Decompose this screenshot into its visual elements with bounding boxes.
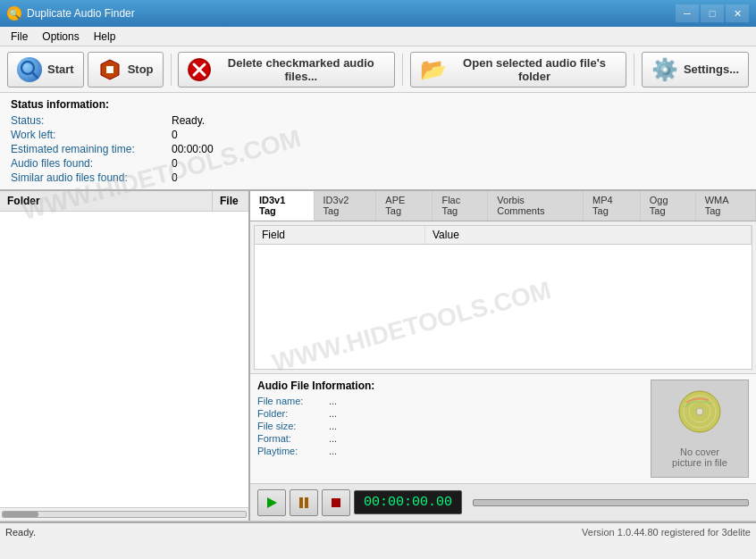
app-title: Duplicate Audio Finder (27, 7, 676, 20)
menu-file[interactable]: File (4, 29, 35, 45)
main-content: Folder File ID3v1 Tag ID3v2 Tag APE Tag … (0, 191, 756, 521)
status-panel: Status information: Status: Ready. Work … (0, 93, 756, 191)
info-grid: File name: ... Folder: ... File size: ..… (257, 396, 643, 456)
folder-body[interactable] (0, 212, 248, 507)
delete-label: Delete checkmarked audio files... (216, 56, 385, 83)
start-icon (17, 57, 42, 82)
file-col-header: File (213, 191, 248, 211)
status-value-0: Ready. (172, 114, 745, 127)
svg-rect-13 (332, 498, 340, 507)
minimize-button[interactable]: ─ (676, 4, 699, 22)
svg-rect-11 (299, 497, 303, 508)
info-label-1: Folder: (257, 408, 329, 419)
info-label-3: Format: (257, 433, 329, 444)
folder-icon: 📂 (420, 57, 447, 82)
info-label-0: File name: (257, 396, 329, 406)
cover-text-2: picture in file (672, 457, 727, 468)
close-button[interactable]: ✕ (726, 4, 749, 22)
settings-icon: ⚙️ (651, 57, 678, 82)
tag-col-value: Value (425, 226, 752, 244)
separator-1 (171, 54, 172, 86)
status-bar: Ready. Version 1.0.44.80 registered for … (0, 521, 756, 541)
info-value-1: ... (329, 408, 643, 419)
stop-label: Stop (128, 63, 154, 76)
status-value-2: 00:00:00 (172, 143, 745, 155)
folder-panel: Folder File (0, 191, 250, 521)
svg-rect-2 (106, 66, 113, 73)
settings-label: Settings... (684, 63, 739, 76)
status-label-4: Similar audio files found: (11, 171, 172, 184)
play-button[interactable] (257, 489, 286, 516)
scrollbar-track[interactable] (2, 511, 247, 518)
folder-header: Folder File (0, 191, 248, 212)
info-value-4: ... (329, 446, 643, 456)
tab-flac[interactable]: Flac Tag (433, 191, 488, 221)
cover-text-1: No cover (680, 446, 719, 457)
status-label-0: Status: (11, 114, 172, 127)
pause-button[interactable] (290, 489, 318, 516)
separator-3 (634, 54, 634, 86)
progress-track[interactable] (473, 499, 749, 506)
title-bar: 🔍 Duplicate Audio Finder ─ □ ✕ (0, 0, 756, 27)
svg-line-1 (32, 72, 38, 78)
settings-button[interactable]: ⚙️ Settings... (642, 52, 749, 88)
svg-rect-12 (305, 497, 308, 508)
time-display: 00:00:00.00 (354, 490, 462, 514)
stop-button[interactable]: Stop (88, 52, 164, 88)
tag-panel: ID3v1 Tag ID3v2 Tag APE Tag Flac Tag Vor… (250, 191, 756, 521)
tab-mp4[interactable]: MP4 Tag (584, 191, 641, 221)
window-controls: ─ □ ✕ (676, 4, 749, 22)
transport: 00:00:00.00 (250, 483, 756, 521)
svg-point-9 (696, 408, 703, 415)
status-bar-right: Version 1.0.44.80 registered for 3delite (582, 527, 751, 538)
delete-icon (188, 58, 211, 81)
delete-button[interactable]: Delete checkmarked audio files... (178, 52, 395, 88)
menu-options[interactable]: Options (35, 29, 86, 45)
separator-2 (402, 54, 403, 86)
stop-icon (97, 57, 122, 82)
status-value-4: 0 (172, 171, 745, 184)
folder-col-header: Folder (0, 191, 213, 211)
tab-ogg[interactable]: Ogg Tag (641, 191, 696, 221)
tag-table-header: Field Value (255, 226, 752, 245)
start-label: Start (47, 63, 74, 76)
info-value-2: ... (329, 421, 643, 431)
toolbar: Start Stop Delete checkmarked audio file… (0, 46, 756, 93)
info-label-4: Playtime: (257, 446, 329, 456)
tab-id3v2[interactable]: ID3v2 Tag (315, 191, 377, 221)
open-folder-label: Open selected audio file's folder (452, 56, 617, 83)
start-button[interactable]: Start (7, 52, 84, 88)
cover-box: No cover picture in file (651, 380, 749, 478)
open-folder-button[interactable]: 📂 Open selected audio file's folder (410, 52, 626, 88)
stop-transport-button[interactable] (322, 489, 350, 516)
maximize-button[interactable]: □ (701, 4, 724, 22)
folder-scrollbar[interactable] (0, 507, 248, 521)
tab-ape[interactable]: APE Tag (376, 191, 433, 221)
status-value-1: 0 (172, 129, 745, 141)
menu-help[interactable]: Help (87, 29, 123, 45)
status-label-2: Estimated remaining time: (11, 143, 172, 155)
info-label-2: File size: (257, 421, 329, 431)
status-grid: Status: Ready. Work left: 0 Estimated re… (11, 114, 745, 184)
cd-disc-icon (677, 389, 722, 443)
info-value-0: ... (329, 396, 643, 406)
svg-marker-10 (267, 497, 277, 508)
audio-info: Audio File Information: File name: ... F… (250, 373, 756, 483)
scrollbar-thumb[interactable] (3, 512, 38, 517)
menu-bar: File Options Help (0, 27, 756, 46)
status-title: Status information: (11, 98, 745, 111)
app-icon: 🔍 (7, 6, 21, 21)
audio-info-title: Audio File Information: (257, 380, 643, 392)
audio-info-left: Audio File Information: File name: ... F… (257, 380, 643, 478)
tag-col-field: Field (255, 226, 425, 244)
tab-vorbis[interactable]: Vorbis Comments (488, 191, 584, 221)
info-value-3: ... (329, 433, 643, 444)
tag-content: Field Value (254, 225, 752, 370)
status-label-3: Audio files found: (11, 157, 172, 170)
status-bar-left: Ready. (5, 527, 582, 538)
status-value-3: 0 (172, 157, 745, 170)
status-label-1: Work left: (11, 129, 172, 141)
tab-wma[interactable]: WMA Tag (696, 191, 756, 221)
tab-bar: ID3v1 Tag ID3v2 Tag APE Tag Flac Tag Vor… (250, 191, 756, 221)
tab-id3v1[interactable]: ID3v1 Tag (250, 191, 315, 221)
